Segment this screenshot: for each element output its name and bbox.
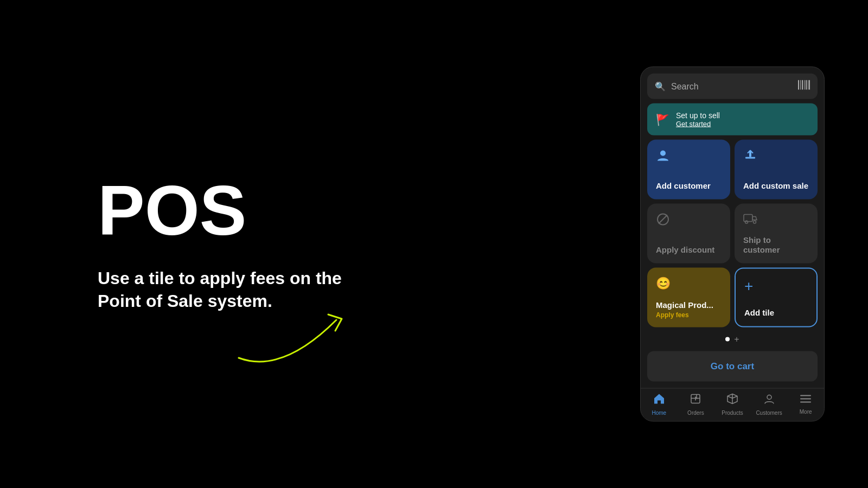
magical-product-label: Magical Prod...: [656, 300, 722, 310]
svg-rect-12: [744, 215, 752, 222]
svg-point-16: [767, 395, 771, 400]
svg-point-13: [745, 221, 748, 223]
pagination-plus[interactable]: +: [734, 335, 739, 344]
svg-point-7: [660, 151, 666, 156]
home-nav-label: Home: [652, 410, 666, 416]
svg-rect-5: [808, 80, 808, 90]
apply-fees-label: Apply fees: [656, 311, 722, 319]
ship-to-customer-label: Ship to customer: [743, 235, 809, 255]
orders-icon: [690, 393, 701, 408]
search-input-label: Search: [671, 81, 793, 91]
tiles-grid: Add customer Add custom sale Apply di: [647, 140, 818, 328]
svg-rect-6: [809, 80, 810, 90]
svg-rect-4: [806, 80, 807, 90]
add-customer-label: Add customer: [656, 181, 722, 191]
shipping-icon: [743, 213, 809, 228]
barcode-icon: [798, 80, 810, 93]
banner-link[interactable]: Get started: [676, 120, 720, 128]
nav-item-home[interactable]: Home: [644, 393, 674, 416]
tile-ship-to-customer[interactable]: Ship to customer: [735, 204, 818, 264]
tile-magical-product[interactable]: 😊 Magical Prod... Apply fees: [647, 268, 730, 328]
left-section: POS Use a tile to apply fees on the Poin…: [0, 0, 472, 488]
tile-add-custom-sale[interactable]: Add custom sale: [735, 140, 818, 200]
plus-icon: +: [744, 278, 808, 295]
search-bar[interactable]: 🔍 Search: [647, 74, 818, 99]
person-icon: [656, 149, 722, 166]
products-icon: [726, 393, 738, 408]
customers-icon: [763, 393, 775, 408]
pagination-dot-active[interactable]: [725, 337, 730, 342]
smiley-icon: 😊: [656, 277, 722, 291]
go-to-cart-button[interactable]: Go to cart: [647, 351, 818, 382]
flag-icon: 🚩: [656, 113, 669, 126]
upload-icon: [743, 149, 809, 166]
setup-banner[interactable]: 🚩 Set up to sell Get started: [647, 104, 818, 136]
tile-apply-discount[interactable]: Apply discount: [647, 204, 730, 264]
nav-item-products[interactable]: Products: [717, 393, 747, 416]
nav-item-orders[interactable]: Orders: [681, 393, 711, 416]
more-nav-label: More: [800, 409, 812, 415]
arrow-decoration: [228, 304, 380, 369]
bottom-nav: Home Orders Products: [641, 388, 824, 421]
tile-add-tile[interactable]: + Add tile: [735, 268, 818, 328]
pos-title: POS: [98, 175, 472, 246]
nav-item-customers[interactable]: Customers: [754, 393, 784, 416]
orders-nav-label: Orders: [687, 410, 704, 416]
pagination: +: [641, 328, 824, 351]
svg-line-11: [659, 215, 667, 224]
products-nav-label: Products: [722, 410, 743, 416]
nav-item-more[interactable]: More: [791, 393, 821, 416]
apply-discount-label: Apply discount: [656, 245, 722, 255]
banner-content: Set up to sell Get started: [676, 111, 720, 128]
add-custom-sale-label: Add custom sale: [743, 181, 809, 191]
more-icon: [800, 393, 812, 407]
svg-rect-8: [745, 157, 755, 159]
tile-add-customer[interactable]: Add customer: [647, 140, 730, 200]
discount-icon: [656, 213, 722, 230]
svg-rect-1: [800, 80, 801, 90]
search-icon: 🔍: [655, 81, 666, 92]
add-tile-label: Add tile: [744, 308, 808, 318]
svg-rect-2: [802, 80, 803, 90]
home-icon: [653, 393, 665, 408]
banner-title: Set up to sell: [676, 111, 720, 120]
customers-nav-label: Customers: [756, 410, 782, 416]
pos-device: 🔍 Search 🚩 Set up to sell Get started: [640, 67, 825, 422]
svg-point-14: [754, 221, 756, 223]
svg-rect-3: [804, 80, 805, 90]
svg-rect-0: [798, 80, 799, 90]
